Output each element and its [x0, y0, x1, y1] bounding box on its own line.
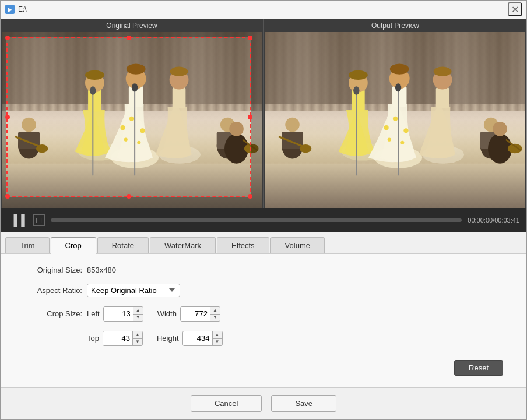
- crop-handle-tr[interactable]: [248, 36, 252, 40]
- preview-area: Original Preview: [1, 19, 526, 209]
- width-field-group: Width ▲ ▼: [157, 306, 220, 322]
- crop-overlay[interactable]: [6, 37, 251, 198]
- top-input[interactable]: [103, 331, 132, 345]
- height-spinner: ▲ ▼: [182, 331, 223, 346]
- svg-point-50: [353, 86, 359, 94]
- width-decrement[interactable]: ▼: [210, 314, 220, 321]
- output-scene-svg: [265, 32, 525, 209]
- tabs-bar: Trim Crop Rotate WaterMark Effects Volum…: [1, 232, 526, 254]
- crop-handle-mr[interactable]: [248, 115, 252, 119]
- top-spinner-buttons: ▲ ▼: [132, 331, 142, 345]
- crop-handle-tl[interactable]: [5, 36, 10, 40]
- crop-handle-ml[interactable]: [5, 115, 10, 119]
- time-display: 00:00:00/00:03:41: [468, 217, 519, 224]
- tab-crop[interactable]: Crop: [51, 237, 96, 254]
- cancel-button[interactable]: Cancel: [191, 395, 262, 412]
- original-video: [2, 32, 262, 209]
- svg-point-61: [395, 83, 401, 91]
- top-field-group: Top ▲ ▼: [87, 331, 143, 346]
- original-preview-panel: Original Preview: [1, 19, 263, 209]
- progress-bar[interactable]: [51, 218, 462, 222]
- aspect-ratio-row: Aspect Ratio: Keep Original Ratio 16:9 4…: [24, 284, 503, 297]
- crop-size-row1: Crop Size: Left ▲ ▼ Width: [24, 306, 503, 322]
- app-icon: ▶: [5, 5, 15, 14]
- svg-point-54: [403, 128, 408, 133]
- original-size-label: Original Size:: [24, 266, 82, 274]
- svg-rect-63: [436, 87, 449, 108]
- left-decrement[interactable]: ▼: [133, 314, 143, 321]
- svg-point-67: [493, 121, 507, 136]
- height-decrement[interactable]: ▼: [213, 338, 222, 345]
- tab-trim[interactable]: Trim: [5, 237, 50, 253]
- svg-point-53: [393, 116, 398, 121]
- tab-rotate[interactable]: Rotate: [97, 237, 149, 253]
- width-label: Width: [157, 309, 177, 318]
- play-pause-button[interactable]: ▐▐: [8, 214, 27, 227]
- aspect-ratio-label: Aspect Ratio:: [24, 286, 82, 295]
- window-title: E:\: [18, 5, 508, 13]
- left-spinner: ▲ ▼: [103, 306, 143, 322]
- height-input[interactable]: [183, 331, 212, 345]
- svg-point-65: [434, 66, 452, 76]
- svg-point-56: [400, 140, 404, 144]
- output-video: [265, 32, 525, 209]
- left-label: Left: [87, 309, 100, 318]
- svg-point-41: [300, 144, 312, 152]
- left-field-group: Left ▲ ▼: [87, 306, 143, 322]
- svg-point-52: [384, 125, 389, 130]
- main-window: ▶ E:\ ✕ Original Preview: [0, 0, 527, 420]
- width-increment[interactable]: ▲: [210, 307, 220, 314]
- close-button[interactable]: ✕: [508, 2, 522, 16]
- tab-watermark[interactable]: WaterMark: [150, 237, 216, 253]
- svg-point-59: [390, 63, 409, 74]
- crop-fields-row2: Top ▲ ▼ Height ▲ ▼: [87, 331, 223, 346]
- svg-point-55: [388, 137, 391, 141]
- left-spinner-buttons: ▲ ▼: [133, 307, 143, 321]
- left-input[interactable]: [104, 307, 133, 321]
- footer-buttons: Cancel Save: [1, 387, 526, 420]
- height-field-group: Height ▲ ▼: [157, 331, 223, 346]
- reset-row: Reset: [24, 360, 503, 376]
- crop-handle-tm[interactable]: [127, 36, 131, 40]
- crop-size-row2: Top ▲ ▼ Height ▲ ▼: [24, 331, 503, 346]
- height-increment[interactable]: ▲: [213, 331, 222, 338]
- width-spinner: ▲ ▼: [180, 306, 220, 322]
- controls-bar: ▐▐ □ 00:00:00/00:03:41: [1, 208, 526, 232]
- svg-rect-36: [265, 163, 525, 208]
- width-spinner-buttons: ▲ ▼: [210, 307, 220, 321]
- save-button[interactable]: Save: [271, 395, 336, 412]
- top-spinner: ▲ ▼: [103, 331, 143, 346]
- stop-button[interactable]: □: [33, 214, 45, 226]
- output-preview-panel: Output Preview: [264, 19, 526, 209]
- reset-button[interactable]: Reset: [454, 360, 503, 376]
- height-label: Height: [157, 334, 179, 343]
- crop-fields-row1: Left ▲ ▼ Width ▲ ▼: [87, 306, 220, 322]
- top-increment[interactable]: ▲: [133, 331, 142, 338]
- crop-content: Original Size: 853x480 Aspect Ratio: Kee…: [1, 254, 526, 387]
- original-preview-label: Original Preview: [1, 19, 263, 32]
- svg-point-38: [285, 117, 300, 132]
- crop-size-label: Crop Size:: [24, 309, 82, 318]
- svg-point-48: [349, 70, 368, 79]
- height-spinner-buttons: ▲ ▼: [212, 331, 222, 345]
- left-increment[interactable]: ▲: [133, 307, 143, 314]
- title-bar: ▶ E:\ ✕: [1, 1, 526, 19]
- top-label: Top: [87, 334, 99, 343]
- original-size-value: 853x480: [87, 266, 116, 274]
- original-size-row: Original Size: 853x480: [24, 266, 503, 274]
- output-preview-label: Output Preview: [264, 19, 526, 32]
- tab-volume[interactable]: Volume: [270, 237, 325, 253]
- tab-effects[interactable]: Effects: [217, 237, 269, 253]
- aspect-ratio-select[interactable]: Keep Original Ratio 16:9 4:3 1:1 Custom: [87, 284, 180, 297]
- top-decrement[interactable]: ▼: [133, 338, 142, 345]
- width-input[interactable]: [181, 307, 210, 321]
